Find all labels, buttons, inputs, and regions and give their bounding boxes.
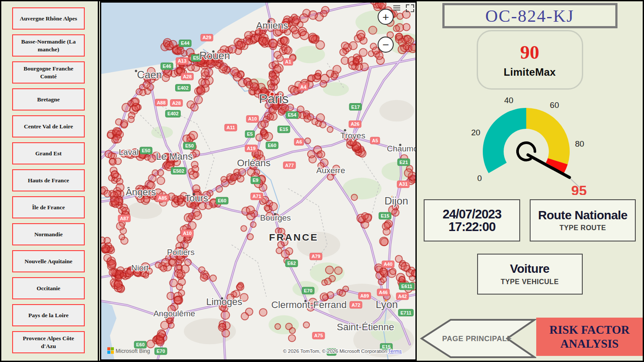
incident-dot bbox=[269, 202, 277, 211]
region-button-occitanie[interactable]: Occitanie bbox=[12, 277, 85, 299]
road-badge-a6: A6 bbox=[294, 138, 304, 145]
speed-gauge: 02040608095 bbox=[417, 90, 643, 195]
region-button-grand-est[interactable]: Grand Est bbox=[12, 142, 85, 164]
country-label: FRANCE bbox=[269, 231, 319, 243]
map-canvas[interactable]: A29E44A13E46E5A28E402A88A28E402A10A11E5A… bbox=[101, 3, 415, 359]
time-text: 17:22:00 bbox=[448, 221, 495, 233]
map-zoom-in-button[interactable]: + bbox=[378, 9, 394, 25]
incident-dot bbox=[262, 37, 269, 44]
incident-dot bbox=[281, 37, 289, 45]
region-button-basse-normandie-la-manche-[interactable]: Basse-Normandie (La manche) bbox=[12, 34, 85, 57]
incident-dot bbox=[300, 31, 309, 40]
svg-text:A75: A75 bbox=[314, 333, 323, 338]
incident-dot bbox=[359, 49, 367, 57]
map-menu-icon[interactable] bbox=[393, 5, 400, 10]
city-label-poitiers: Poitiers bbox=[167, 248, 194, 257]
right-panel: OC-824-KJ 90 LimiteMax 02040608095 24/07… bbox=[417, 1, 643, 361]
city-label-clermont-ferrand: Clermont-Ferrand bbox=[271, 299, 347, 310]
incident-dot bbox=[307, 114, 314, 120]
svg-text:E50: E50 bbox=[142, 148, 150, 153]
incident-dot bbox=[390, 268, 396, 275]
vehicle-type-card: Voiture TYPE VEHICULE bbox=[477, 254, 583, 295]
incident-dot bbox=[381, 277, 386, 282]
svg-text:E5: E5 bbox=[193, 55, 199, 60]
svg-text:A5: A5 bbox=[372, 138, 378, 143]
road-badge-a77: A77 bbox=[283, 162, 295, 169]
dashboard-page: Auvergne Rhône AlpesBasse-Normandie (La … bbox=[0, 0, 644, 362]
incident-dot bbox=[261, 129, 267, 135]
incident-dot bbox=[404, 36, 412, 44]
svg-text:E5: E5 bbox=[247, 131, 252, 137]
incident-dot bbox=[221, 176, 226, 182]
incident-dot bbox=[230, 67, 239, 76]
page-principale-button[interactable]: PAGE PRINCIPALE bbox=[418, 318, 536, 359]
incident-dot bbox=[111, 171, 118, 178]
svg-text:E70: E70 bbox=[304, 288, 312, 293]
terms-link[interactable]: Terms bbox=[388, 349, 402, 354]
incident-dot bbox=[247, 234, 253, 240]
region-button-hauts-de-france[interactable]: Hauts de France bbox=[12, 169, 85, 191]
incident-dot bbox=[219, 323, 226, 329]
incident-dot bbox=[122, 207, 129, 215]
svg-text:A85: A85 bbox=[158, 195, 167, 201]
region-button-pays-de-la-loire[interactable]: Pays de la Loire bbox=[12, 304, 85, 326]
city-label-rouen: Rouen bbox=[199, 50, 230, 61]
region-button-bourgogne-franche-comt-[interactable]: Bourgogne Franche Comté bbox=[12, 61, 85, 84]
gauge-tick-40: 40 bbox=[504, 96, 513, 105]
city-label-chaumont: Chaumont bbox=[387, 144, 415, 153]
road-badge-e402: E402 bbox=[176, 84, 191, 91]
incident-dot bbox=[181, 265, 189, 273]
incident-dot bbox=[333, 65, 341, 73]
incident-dot bbox=[350, 140, 356, 146]
incident-dot bbox=[188, 221, 196, 230]
incident-dot bbox=[340, 49, 347, 56]
incident-dot bbox=[292, 27, 299, 34]
svg-text:A10: A10 bbox=[248, 116, 257, 121]
city-label-le-mans: Le Mans bbox=[156, 151, 193, 162]
road-badge-a19: A19 bbox=[245, 145, 257, 152]
region-button-normandie[interactable]: Normandie bbox=[12, 223, 85, 245]
incident-dot bbox=[169, 40, 177, 48]
france-map-visual[interactable]: A29E44A13E46E5A28E402A88A28E402A10A11E5A… bbox=[100, 1, 417, 361]
incident-dot bbox=[358, 34, 365, 40]
gauge-tick-0: 0 bbox=[477, 174, 482, 183]
region-button-centre-val-de-loire[interactable]: Centre Val de Loire bbox=[12, 115, 85, 137]
incident-dot bbox=[290, 87, 299, 95]
road-badge-a75: A75 bbox=[312, 332, 325, 339]
region-button-auvergne-rh-ne-alpes[interactable]: Auvergne Rhône Alpes bbox=[12, 7, 85, 30]
road-badge-a13: A13 bbox=[176, 57, 188, 64]
svg-text:E60: E60 bbox=[268, 143, 276, 148]
svg-text:E46: E46 bbox=[163, 64, 171, 69]
vehicle-type-label: TYPE VEHICULE bbox=[501, 278, 559, 286]
road-badge-a10: A10 bbox=[181, 230, 193, 237]
region-button-bretagne[interactable]: Bretagne bbox=[12, 88, 85, 111]
incident-dot bbox=[335, 267, 342, 274]
incident-dot bbox=[241, 312, 249, 320]
incident-dot bbox=[401, 262, 410, 271]
road-badge-a85: A85 bbox=[156, 194, 169, 201]
city-label-paris: Paris bbox=[259, 91, 289, 106]
road-badge-e44: E44 bbox=[179, 40, 191, 47]
road-badge-e402: E402 bbox=[166, 110, 181, 117]
region-button-provence-alpes-c-te-d-azu[interactable]: Provence Alpes Côte d'Azu bbox=[12, 331, 85, 353]
svg-text:E402: E402 bbox=[167, 111, 179, 116]
incident-dot bbox=[275, 324, 281, 329]
gauge-tick-20: 20 bbox=[471, 128, 480, 137]
nav-arrow-label[interactable]: PAGE PRINCIPALE bbox=[442, 335, 512, 343]
vehicle-type-value: Voiture bbox=[510, 262, 550, 275]
road-badge-e711: E711 bbox=[398, 309, 414, 316]
risk-factor-banner: RISK FACTOR ANALYSIS bbox=[536, 318, 643, 356]
incident-dot bbox=[411, 270, 415, 277]
datetime-card: 24/07/2023 17:22:00 bbox=[424, 199, 520, 241]
svg-text:A28: A28 bbox=[183, 74, 192, 79]
map-zoom-out-button[interactable]: − bbox=[378, 37, 394, 53]
date-text: 24/07/2023 bbox=[442, 208, 501, 221]
region-button--le-de-france[interactable]: Île de France bbox=[12, 196, 85, 218]
incident-dot bbox=[104, 238, 110, 244]
incident-dot bbox=[241, 225, 246, 231]
incident-dot bbox=[200, 274, 208, 282]
region-button-nouvelle-aquitaine[interactable]: Nouvelle Aquitaine bbox=[12, 250, 85, 272]
svg-text:A28: A28 bbox=[172, 101, 181, 106]
svg-text:E44: E44 bbox=[181, 40, 189, 46]
svg-text:E402: E402 bbox=[177, 85, 189, 90]
